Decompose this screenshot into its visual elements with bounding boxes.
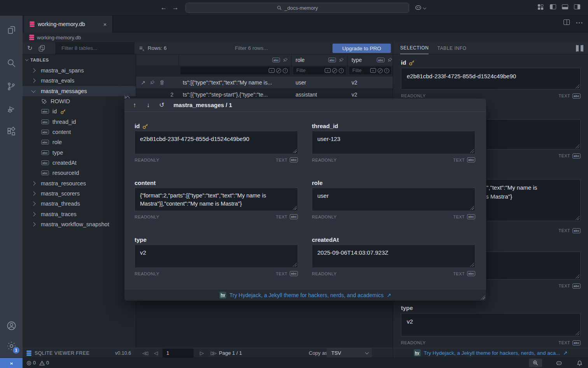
resize-handle[interactable] [293, 206, 297, 210]
sidebar-item-mastra_workflow_snapshot[interactable]: mastra_workflow_snapshot [23, 219, 136, 229]
filter-error-icon[interactable] [384, 68, 389, 73]
field-value-type[interactable]: v2 [135, 245, 298, 268]
refresh-icon[interactable] [26, 45, 33, 52]
toggle-secondary-sidebar-icon[interactable] [574, 4, 581, 11]
last-page-icon[interactable]: ▷▷ [211, 348, 215, 358]
tables-section-header[interactable]: TABLES [23, 55, 136, 65]
column-item-role[interactable]: role [23, 137, 136, 147]
filter-cell-role[interactable]: Filte [292, 65, 348, 76]
explorer-icon[interactable] [0, 21, 23, 39]
first-page-icon[interactable]: ◁◁ [142, 348, 146, 358]
column-header-content[interactable] [179, 55, 292, 65]
sidebar-item-mastra_messages[interactable]: mastra_messages [23, 86, 136, 96]
resize-handle[interactable] [293, 263, 297, 267]
pin-column-icon[interactable] [387, 57, 393, 63]
resize-handle[interactable] [576, 275, 579, 278]
notifications-bell-icon[interactable] [577, 358, 583, 368]
resize-handle[interactable] [470, 149, 474, 153]
resize-handle[interactable] [470, 263, 474, 267]
field-value-thread_id[interactable]: user-123 [312, 131, 475, 154]
resize-handle[interactable] [576, 144, 579, 148]
filter-error-icon[interactable] [283, 68, 288, 73]
sidebar-item-mastra_threads[interactable]: mastra_threads [23, 199, 136, 209]
customize-layout-icon[interactable] [538, 4, 545, 11]
pin-column-icon[interactable] [283, 57, 288, 63]
zoom-status-icon[interactable] [529, 359, 542, 367]
table-row-1[interactable]: ts":[{"type":"text","text":"My name is..… [136, 77, 393, 89]
tab-working-memory-db[interactable]: working-memory.db [24, 16, 113, 33]
forward-icon[interactable]: → [171, 4, 180, 12]
column-item-rowid[interactable]: ROWID [23, 96, 136, 106]
copy-format-select[interactable]: TSV [327, 348, 372, 358]
command-center-search[interactable]: _docs-memory [186, 3, 409, 13]
previous-page-icon[interactable]: ◁ [154, 348, 158, 358]
filter-null-icon[interactable] [378, 68, 383, 73]
delete-row-icon[interactable] [159, 80, 164, 85]
pin-column-icon[interactable] [339, 57, 344, 63]
hydejack-ad-link[interactable]: hy Try Hydejack, a Jekyll theme for hack… [393, 348, 588, 357]
sidebar-item-mastra_scorers[interactable]: mastra_scorers [23, 188, 136, 199]
filter-equals-icon[interactable] [325, 68, 331, 73]
field-value-type[interactable]: v2 [401, 313, 581, 336]
toggle-panel-icon[interactable] [562, 4, 569, 11]
filter-equals-icon[interactable] [370, 68, 376, 73]
remote-indicator[interactable] [0, 358, 23, 368]
breadcrumb[interactable]: working-memory.db [23, 33, 588, 42]
run-debug-icon[interactable] [0, 100, 23, 118]
filter-null-icon[interactable] [276, 68, 281, 73]
sidebar-item-mastra_resources[interactable]: mastra_resources [23, 178, 136, 188]
cell-content[interactable]: ts":[{"type":"text","text":"My name is..… [179, 77, 292, 88]
cell-type[interactable]: v2 [348, 77, 393, 88]
tab-selection[interactable]: SELECTION [400, 42, 429, 54]
split-editor-icon[interactable] [564, 19, 570, 25]
filter-rows-input[interactable]: Filter 6 rows... [229, 42, 324, 54]
column-item-type[interactable]: type [23, 148, 136, 158]
copilot-status-icon[interactable] [556, 358, 562, 368]
resize-handle[interactable] [576, 331, 579, 335]
problems-status[interactable]: 0 0 [26, 358, 49, 368]
settings-gear-icon[interactable]: 1 [0, 337, 23, 354]
duplicate-icon[interactable] [38, 45, 45, 52]
source-control-icon[interactable] [0, 78, 23, 95]
panel-layout-left-icon[interactable] [576, 45, 577, 51]
toggle-sidebar-icon[interactable] [550, 4, 557, 11]
open-row-icon[interactable] [141, 79, 145, 86]
upgrade-to-pro-button[interactable]: Upgrade to PRO [332, 44, 391, 53]
hydejack-ad-link[interactable]: hy Try Hydejack, a Jekyll theme for hack… [124, 289, 486, 301]
field-value-id[interactable]: e2b81cbd-233f-4725-855d-d1524c49be90 [401, 68, 581, 90]
sidebar-item-mastra_traces[interactable]: mastra_traces [23, 209, 136, 219]
field-value-id[interactable]: e2b81cbd-233f-4725-855d-d1524c49be90 [135, 131, 298, 154]
filter-null-icon[interactable] [332, 68, 337, 73]
filter-error-icon[interactable] [339, 68, 344, 73]
panel-layout-right-icon[interactable] [583, 45, 583, 51]
column-item-resourceId[interactable]: resourceId [23, 168, 136, 178]
column-item-createdAt[interactable]: createdAt [23, 158, 136, 168]
page-number-input[interactable]: 1 [163, 349, 194, 357]
sidebar-item-mastra_ai_spans[interactable]: mastra_ai_spans [23, 65, 136, 76]
search-view-icon[interactable] [0, 55, 23, 72]
column-header-type[interactable]: type [348, 55, 393, 65]
back-icon[interactable]: ← [159, 4, 168, 12]
field-value-role[interactable]: user [312, 188, 475, 211]
column-item-content[interactable]: content [23, 127, 136, 137]
resize-handle[interactable] [293, 149, 297, 153]
field-value-content[interactable]: {"format":2,"parts":[{"type":"text","tex… [135, 188, 298, 211]
next-row-icon[interactable] [145, 102, 152, 109]
filter-cell-content[interactable] [179, 65, 292, 76]
tab-table-info[interactable]: TABLE INFO [437, 42, 466, 54]
cell-role[interactable]: user [292, 77, 348, 88]
copilot-menu[interactable] [415, 4, 426, 11]
pin-row-icon[interactable] [150, 80, 155, 85]
next-page-icon[interactable]: ▷ [200, 348, 204, 358]
extensions-icon[interactable] [0, 123, 23, 140]
close-icon[interactable] [102, 21, 108, 28]
reset-icon[interactable] [158, 101, 165, 109]
resize-handle[interactable] [470, 206, 474, 210]
filter-tables-input[interactable]: Filter 8 tables... [55, 42, 135, 54]
column-header-role[interactable]: role [292, 55, 348, 65]
field-value-createdAt[interactable]: 2025-09-06T14:03:07.923Z [312, 245, 475, 268]
resize-handle[interactable] [576, 85, 579, 88]
sidebar-item-mastra_evals[interactable]: mastra_evals [23, 76, 136, 86]
more-actions-icon[interactable] [576, 19, 583, 26]
column-item-id[interactable]: id [23, 106, 136, 116]
